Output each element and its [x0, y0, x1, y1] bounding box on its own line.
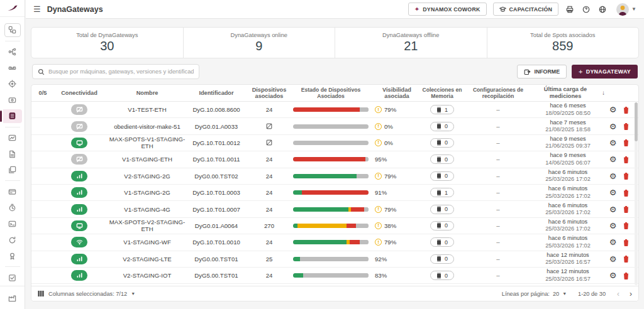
stat-total: Total de DynaGateways 30	[31, 28, 183, 58]
sensor-icon[interactable]	[4, 94, 21, 107]
table-row[interactable]: MAX-SPOTS-V1-STAGING-ETH DyG.10.T01.0012…	[31, 135, 638, 151]
settings-icon[interactable]: ⚙	[609, 188, 617, 197]
lines-per-page[interactable]: Líneas por página: 20 ▼	[502, 291, 567, 297]
device-state-bar	[293, 207, 369, 212]
gateway-identifier: DyG0.00.TST01	[187, 256, 245, 263]
settings-icon[interactable]: ⚙	[609, 271, 617, 279]
settings-icon[interactable]: ⚙	[609, 255, 617, 263]
menu-icon[interactable]: ☰	[33, 4, 41, 14]
table-row[interactable]: V1-STAGING-4G DyG.10.T01.0007 24 ! 79% 0…	[31, 201, 638, 217]
col-configuraciones[interactable]: Configuraciones de recopilación	[465, 87, 531, 99]
col-ultima-carga[interactable]: Última carga de mediciones ↓	[531, 86, 605, 100]
search-box[interactable]	[32, 64, 199, 79]
delete-icon[interactable]	[623, 122, 630, 130]
table-row[interactable]: V1-STAGING-2G DyG.10.T01.0003 24 ! 91% 1…	[31, 185, 638, 201]
col-nombre[interactable]: Nombre	[107, 90, 187, 96]
col-visibilidad[interactable]: Visibilidad asociada	[369, 87, 419, 99]
informe-button[interactable]: INFORME	[517, 65, 567, 79]
memory-collections-pill: 0	[430, 138, 454, 148]
documents-icon[interactable]	[4, 163, 21, 177]
search-input[interactable]	[48, 68, 194, 75]
refresh-icon[interactable]	[4, 233, 21, 247]
chevron-down-icon: ▼	[631, 6, 636, 12]
globe-icon[interactable]	[597, 4, 608, 14]
col-dispositivos[interactable]: Dispositivos asociados	[245, 87, 293, 99]
capacitacion-button[interactable]: CAPACITACIÓN	[493, 3, 559, 16]
gateway-identifier: DyG0.00.TST02	[187, 173, 245, 180]
delete-icon[interactable]	[623, 106, 630, 114]
device-state-bar	[293, 141, 369, 145]
delete-icon[interactable]	[623, 189, 630, 197]
table-row[interactable]: V1-STAGING-WF DyG.10.T01.0010 24 ! 79% 0…	[31, 234, 638, 251]
delete-icon[interactable]	[623, 255, 630, 263]
visibility-cell: ! 95%	[369, 156, 419, 163]
company-icon[interactable]	[4, 290, 21, 305]
spot-icon[interactable]	[4, 77, 21, 91]
settings-icon[interactable]: ⚙	[609, 238, 617, 246]
help-icon[interactable]	[581, 4, 591, 14]
columns-icon	[38, 290, 45, 297]
hierarchy-icon[interactable]	[4, 45, 21, 59]
table-row[interactable]: V1-STAGING-ETH DyG.10.T01.0011 24 ! 95% …	[31, 151, 638, 168]
sort-desc-icon[interactable]: ↓	[602, 89, 605, 97]
memory-collections-pill: 0	[430, 254, 454, 264]
connectivity-badge	[71, 104, 87, 115]
timer-icon[interactable]	[4, 201, 21, 215]
table-row[interactable]: V2-STAGING-LTE DyG0.00.TST01 25 ! 92% 0 …	[31, 251, 638, 268]
lines-per-page-value[interactable]: 20	[553, 291, 559, 297]
delete-icon[interactable]	[623, 205, 630, 213]
workspace-icon[interactable]	[4, 23, 21, 37]
settings-icon[interactable]: ⚙	[609, 172, 617, 180]
prev-page-button[interactable]: ‹	[617, 290, 619, 298]
selection-counter[interactable]: 0/5	[34, 90, 52, 96]
user-menu[interactable]: ▼	[616, 3, 636, 16]
next-page-button[interactable]: ›	[630, 290, 632, 298]
warning-icon: !	[375, 206, 382, 213]
delete-icon[interactable]	[623, 156, 630, 163]
settings-icon[interactable]: ⚙	[609, 205, 617, 214]
device-state-bar	[293, 107, 369, 112]
settings-icon[interactable]: ⚙	[609, 222, 617, 230]
certificates-icon[interactable]	[4, 249, 21, 263]
reports-icon[interactable]	[4, 147, 21, 161]
table-footer: Columnas seleccionadas: 7/12 ▼ Líneas po…	[31, 286, 638, 301]
col-identificador[interactable]: Identificador	[187, 90, 245, 96]
settings-icon[interactable]: ⚙	[609, 106, 617, 114]
gateway-name: V1-STAGING-WF	[107, 239, 187, 246]
table-row[interactable]: obedient-visitor-make-51 DyG0.01.A0033 !…	[31, 118, 638, 134]
dynamox-cowork-button[interactable]: ✦ DYNAMOX COWORK	[408, 3, 487, 16]
settings-icon[interactable]: ⚙	[609, 122, 617, 131]
delete-icon[interactable]	[623, 172, 630, 180]
table-row[interactable]: V2-STAGING-IOT DyG5.00.TST01 24 ! 83% 0 …	[31, 268, 638, 284]
col-colecciones[interactable]: Colecciones en Memoria	[419, 87, 465, 99]
table-row[interactable]: MAX-SPOTS-V2-STAGING-ETH DyG0.01.A0064 2…	[31, 218, 638, 234]
table-row[interactable]: V2-STAGING-2G DyG0.00.TST02 24 ! 79% 0 –…	[31, 168, 638, 185]
add-dynagateway-button[interactable]: + DYNAGATEWAY	[572, 65, 638, 79]
delete-icon[interactable]	[623, 139, 630, 146]
columns-selector[interactable]: Columnas seleccionadas: 7/12 ▼	[38, 290, 135, 297]
terminal-icon[interactable]	[4, 217, 21, 231]
settings-icon[interactable]: ⚙	[609, 155, 617, 163]
assets-icon[interactable]	[4, 131, 21, 145]
table-row[interactable]: V1-TEST-ETH DyG.10.008.8600 24 ! 79% 1 –…	[31, 102, 638, 118]
delete-icon[interactable]	[623, 272, 630, 279]
scrollbar-thumb[interactable]	[635, 102, 638, 141]
billing-icon[interactable]	[4, 185, 21, 198]
machines-icon[interactable]	[4, 61, 21, 75]
gateways-icon[interactable]	[3, 109, 22, 123]
toolbar: INFORME + DYNAGATEWAY	[32, 64, 638, 79]
col-estado[interactable]: Estado de Dispositivos Asociados	[293, 87, 369, 99]
memory-chip-icon	[436, 222, 441, 229]
col-conectividad[interactable]: Conectividad	[52, 90, 107, 96]
wifi-icon	[76, 239, 83, 246]
stat-offline-value: 21	[404, 39, 418, 53]
settings-icon[interactable]: ⚙	[609, 139, 617, 147]
delete-icon[interactable]	[623, 239, 630, 246]
visibility-cell: ! 38%	[369, 222, 419, 229]
delete-icon[interactable]	[623, 222, 630, 229]
printer-icon[interactable]	[565, 4, 575, 14]
devices-count: 24	[245, 206, 293, 213]
memory-chip-icon	[436, 239, 441, 246]
tasks-icon[interactable]	[4, 271, 21, 285]
dynamox-logo[interactable]	[0, 0, 25, 17]
